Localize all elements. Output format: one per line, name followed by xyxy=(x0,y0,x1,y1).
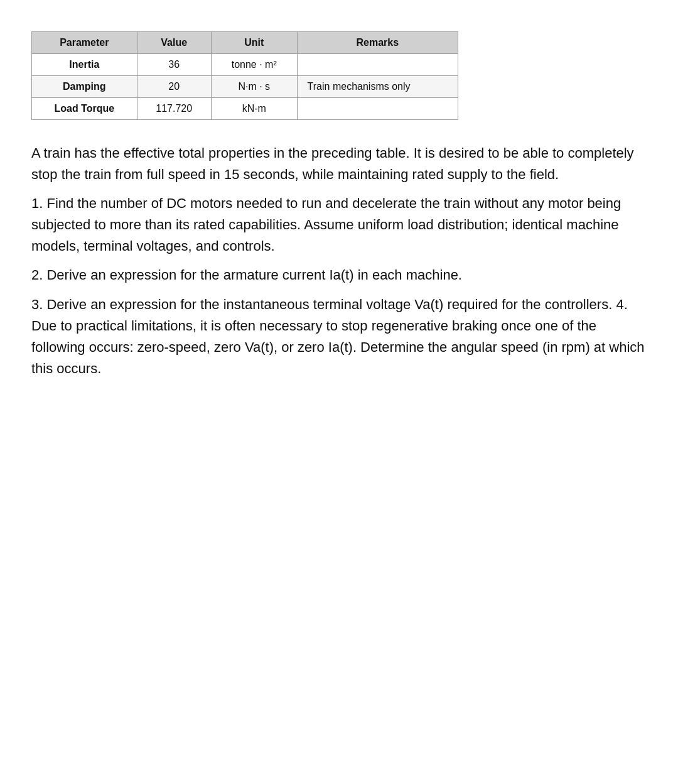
cell-value-1: 20 xyxy=(137,76,211,98)
cell-remarks-0 xyxy=(297,54,458,76)
header-remarks: Remarks xyxy=(297,32,458,54)
table-row: Inertia 36 tonne · m² xyxy=(32,54,458,76)
cell-parameter-0: Inertia xyxy=(32,54,137,76)
paragraph-item1: 1. Find the number of DC motors needed t… xyxy=(31,193,647,257)
cell-remarks-2 xyxy=(297,98,458,120)
cell-remarks-1: Train mechanisms only xyxy=(297,76,458,98)
header-unit: Unit xyxy=(211,32,297,54)
header-parameter: Parameter xyxy=(32,32,137,54)
paragraph-item2: 2. Derive an expression for the armature… xyxy=(31,264,647,286)
cell-value-0: 36 xyxy=(137,54,211,76)
parameters-table: Parameter Value Unit Remarks Inertia 36 … xyxy=(31,31,458,120)
paragraph-item3: 3. Derive an expression for the instanta… xyxy=(31,294,647,379)
paragraph-intro: A train has the effective total properti… xyxy=(31,143,647,185)
cell-parameter-2: Load Torque xyxy=(32,98,137,120)
cell-parameter-1: Damping xyxy=(32,76,137,98)
table-row: Load Torque 117.720 kN-m xyxy=(32,98,458,120)
header-value: Value xyxy=(137,32,211,54)
cell-value-2: 117.720 xyxy=(137,98,211,120)
cell-unit-1: N·m · s xyxy=(211,76,297,98)
cell-unit-0: tonne · m² xyxy=(211,54,297,76)
cell-unit-2: kN-m xyxy=(211,98,297,120)
table-header-row: Parameter Value Unit Remarks xyxy=(32,32,458,54)
body-content: A train has the effective total properti… xyxy=(31,143,647,379)
parameters-table-wrapper: Parameter Value Unit Remarks Inertia 36 … xyxy=(31,31,647,120)
table-row: Damping 20 N·m · s Train mechanisms only xyxy=(32,76,458,98)
